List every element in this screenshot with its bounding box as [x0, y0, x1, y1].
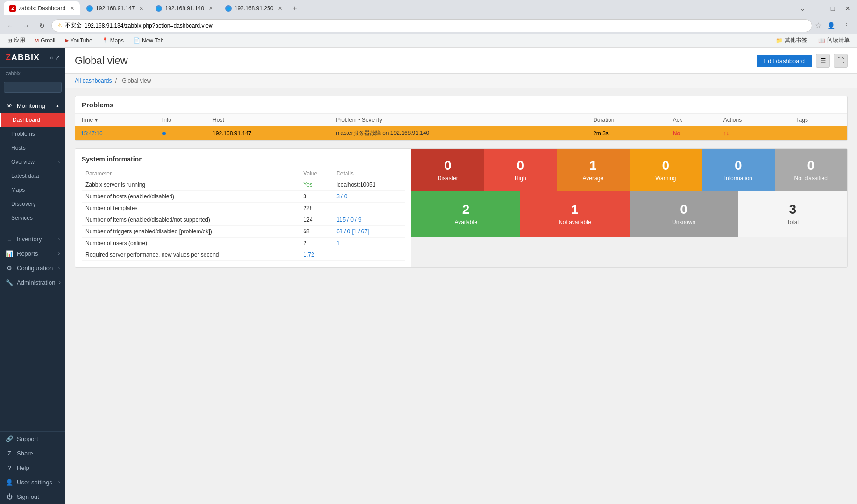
minimize-button[interactable]: — [812, 3, 823, 14]
list-view-button[interactable]: ☰ [816, 54, 830, 68]
app-container: ZABBIX « ⤢ zabbix 👁 Monitoring ▲ Dashboa… [0, 48, 857, 504]
sidebar-collapse-right[interactable]: ⤢ [55, 55, 60, 61]
sys-value: 1.72 [299, 249, 333, 261]
tab-3-close[interactable]: ✕ [209, 6, 213, 12]
sidebar-item-reports[interactable]: 📊 Reports › [0, 246, 65, 261]
sys-value: 228 [299, 203, 333, 214]
sidebar-item-inventory[interactable]: ≡ Inventory › [0, 232, 65, 246]
tab-4-title: 192.168.91.250 [234, 5, 273, 12]
back-button[interactable]: ← [4, 19, 17, 32]
tab-4[interactable]: 🌐 192.168.91.250 ✕ [220, 1, 288, 15]
forward-button[interactable]: → [20, 19, 33, 32]
tab-2-close[interactable]: ✕ [139, 6, 143, 12]
host-box-available[interactable]: 2Available [411, 191, 520, 237]
sidebar-item-help[interactable]: ? Help [0, 461, 65, 475]
settings-button[interactable]: ⋮ [840, 19, 853, 32]
sidebar-item-latest-data[interactable]: Latest data [0, 169, 65, 183]
col-time[interactable]: Time [75, 114, 156, 126]
sys-value: Yes [299, 179, 333, 191]
maximize-button[interactable]: □ [827, 3, 838, 14]
tab-2-favicon: 🌐 [86, 5, 93, 12]
col-actions: Actions [718, 114, 791, 126]
sidebar-item-monitoring[interactable]: 👁 Monitoring ▲ [0, 98, 65, 113]
sys-details [333, 203, 405, 214]
bookmark-button[interactable]: ☆ [815, 21, 822, 30]
close-window-button[interactable]: ✕ [842, 3, 853, 14]
bookmark-apps[interactable]: ⊞ 应用 [4, 35, 29, 45]
new-tab-button[interactable]: + [289, 4, 300, 13]
host-box-total[interactable]: 3Total [738, 191, 847, 237]
maps-icon: 📍 [102, 37, 108, 43]
host-count: 0 [680, 202, 687, 217]
reading-list[interactable]: 📖 阅读清单 [815, 35, 853, 45]
sidebar-item-administration[interactable]: 🔧 Administration › [0, 275, 65, 290]
tab-4-close[interactable]: ✕ [278, 6, 282, 12]
sidebar-item-problems[interactable]: Problems [0, 127, 65, 141]
sys-param: Number of hosts (enabled/disabled) [82, 191, 299, 203]
sidebar-item-discovery[interactable]: Discovery [0, 197, 65, 211]
bookmark-other[interactable]: 📁 其他书签 [772, 35, 811, 45]
reading-list-label: 阅读清单 [827, 36, 850, 44]
bookmark-gmail[interactable]: M Gmail [31, 36, 59, 45]
reading-icon: 📖 [818, 37, 825, 44]
severity-count: 1 [589, 158, 597, 173]
bookmark-apps-label: 应用 [14, 36, 25, 44]
sys-param: Zabbix server is running [82, 179, 299, 191]
fullscreen-button[interactable]: ⛶ [834, 54, 848, 68]
host-box-unknown[interactable]: 0Unknown [630, 191, 738, 237]
severity-box-information[interactable]: 0Information [702, 149, 775, 191]
sidebar-item-services[interactable]: Services [0, 211, 65, 225]
tab-3-title: 192.168.91.140 [165, 5, 204, 12]
sys-details [333, 249, 405, 261]
apps-icon: ⊞ [7, 37, 12, 44]
bookmark-youtube[interactable]: ▶ YouTube [61, 36, 96, 45]
tab-1[interactable]: Z zabbix: Dashboard ✕ [4, 1, 80, 15]
severity-count: 0 [444, 158, 452, 173]
sidebar-item-share[interactable]: Z Share [0, 446, 65, 461]
host-count: 1 [571, 202, 579, 217]
refresh-button[interactable]: ↻ [35, 19, 49, 32]
tab-2[interactable]: 🌐 192.168.91.147 ✕ [81, 1, 149, 15]
admin-icon: 🔧 [6, 279, 13, 286]
sidebar-item-dashboard[interactable]: Dashboard [0, 113, 65, 127]
logo-text: ZABBIX [6, 53, 40, 63]
sidebar-collapse-left[interactable]: « [50, 55, 53, 61]
configuration-label: Configuration [17, 265, 53, 272]
bookmark-newtab[interactable]: 📄 New Tab [129, 36, 167, 45]
tab-list-button[interactable]: ⌄ [797, 3, 808, 14]
severity-box-not-classified[interactable]: 0Not classified [775, 149, 848, 191]
tab-1-close[interactable]: ✕ [70, 6, 74, 12]
sys-col-param: Parameter [82, 168, 299, 179]
severity-label: Disaster [438, 175, 458, 182]
sidebar-item-configuration[interactable]: ⚙ Configuration › [0, 261, 65, 275]
profile-button[interactable]: 👤 [824, 19, 837, 32]
hosts-label: Hosts [11, 145, 26, 151]
severity-label: Warning [655, 175, 676, 182]
sidebar-username: zabbix [0, 68, 65, 79]
sidebar-item-maps[interactable]: Maps [0, 183, 65, 197]
sidebar-item-hosts[interactable]: Hosts [0, 141, 65, 155]
user-icon: 👤 [6, 479, 13, 486]
sidebar-item-user-settings[interactable]: 👤 User settings › [0, 475, 65, 490]
edit-dashboard-button[interactable]: Edit dashboard [757, 55, 812, 67]
sidebar-search[interactable] [0, 79, 65, 96]
address-input[interactable]: ⚠ 不安全 192.168.91.134/zabbix.php?action=d… [51, 19, 812, 32]
host-box-not-available[interactable]: 1Not available [520, 191, 629, 237]
bookmark-maps[interactable]: 📍 Maps [98, 36, 127, 45]
reports-label: Reports [17, 250, 38, 257]
severity-box-high[interactable]: 0High [484, 149, 557, 191]
sidebar-search-input[interactable] [4, 82, 62, 93]
severity-label: High [515, 175, 526, 182]
breadcrumb-all-dashboards[interactable]: All dashboards [75, 77, 112, 84]
col-info: Info [156, 114, 207, 126]
tab-3[interactable]: 🌐 192.168.91.140 ✕ [150, 1, 218, 15]
breadcrumb-separator: / [115, 77, 117, 84]
help-label: Help [17, 464, 29, 471]
sidebar-item-overview[interactable]: Overview › [0, 155, 65, 169]
host-label: Unknown [672, 219, 695, 225]
sidebar-item-support[interactable]: 🔗 Support [0, 432, 65, 446]
severity-box-disaster[interactable]: 0Disaster [411, 149, 484, 191]
severity-box-warning[interactable]: 0Warning [630, 149, 702, 191]
sidebar-item-sign-out[interactable]: ⏻ Sign out [0, 490, 65, 504]
severity-box-average[interactable]: 1Average [557, 149, 630, 191]
